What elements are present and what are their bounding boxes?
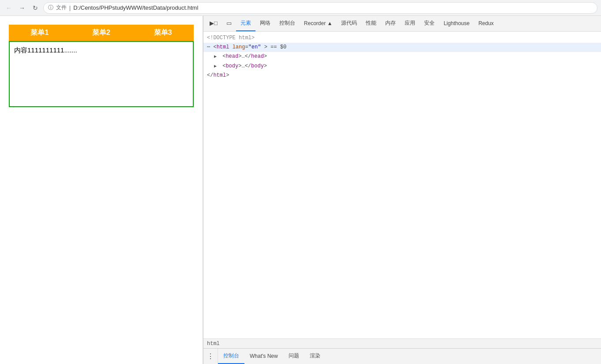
expand-dots: ⋯ (207, 44, 213, 50)
back-button[interactable]: ← (4, 3, 14, 13)
tab-memory[interactable]: 内存 (381, 16, 400, 31)
footer-tab-render[interactable]: 渲染 (304, 349, 326, 364)
browser-toolbar: ← → ↻ ⓘ 文件 | D:/Centos/PHPstudyWWW/testD… (0, 0, 601, 16)
address-bar[interactable]: ⓘ 文件 | D:/Centos/PHPstudyWWW/testData/pr… (43, 2, 597, 14)
devtools-footer: ⋮ 控制台 What's New 问题 渲染 (203, 348, 601, 364)
tab-lighthouse-label: Lighthouse (443, 20, 470, 26)
footer-dots-icon: ⋮ (207, 352, 214, 360)
tab-lighthouse[interactable]: Lighthouse (439, 16, 474, 31)
tab-security-label: 安全 (424, 19, 435, 27)
dollar-sign: $0 (280, 44, 286, 50)
tree-body[interactable]: ▶ <body>…</body> (203, 62, 601, 71)
footer-tab-issues-label: 问题 (289, 352, 299, 360)
lang-attr: lang (233, 44, 245, 50)
tab-performance[interactable]: 性能 (361, 16, 381, 31)
menu-item-3[interactable]: 菜单3 (132, 25, 194, 41)
tree-doctype: <!DOCTYPE html> (203, 33, 601, 43)
footer-tab-issues[interactable]: 问题 (283, 349, 304, 364)
head-expand-arrow: ▶ (214, 53, 219, 60)
tab-inspect-icon[interactable]: ▶□ (205, 16, 222, 31)
tree-html[interactable]: ⋯ <html lang="en" > == $0 (203, 43, 601, 52)
separator: | (69, 5, 71, 11)
main-area: 菜单1 菜单2 菜单3 内容1111111111....... ▶□ ▭ 元素 … (0, 16, 601, 364)
menu-bar: 菜单1 菜单2 菜单3 (9, 25, 194, 41)
eq-sign: == (270, 44, 280, 50)
tab-elements[interactable]: 元素 (236, 16, 255, 31)
tab-performance-label: 性能 (366, 19, 376, 27)
tab-redux[interactable]: Redux (474, 16, 498, 31)
head-tag: head (225, 53, 238, 59)
body-tag: body (225, 63, 238, 69)
footer-tab-whatsnew[interactable]: What's New (244, 349, 283, 364)
breadcrumb-text: html (207, 341, 220, 347)
forward-button[interactable]: → (17, 3, 27, 13)
breadcrumb-area: html (203, 338, 601, 348)
footer-tabs: 控制台 What's New 问题 渲染 (218, 349, 326, 364)
tab-redux-label: Redux (478, 20, 494, 26)
tab-application[interactable]: 应用 (400, 16, 420, 31)
footer-tab-whatsnew-label: What's New (250, 353, 278, 359)
file-label: 文件 (56, 4, 67, 11)
tab-console[interactable]: 控制台 (275, 16, 300, 31)
tree-closing-html: </html> (203, 71, 601, 80)
tab-elements-label: 元素 (240, 19, 251, 27)
tab-sources[interactable]: 源代码 (337, 16, 361, 31)
url-text: D:/Centos/PHPstudyWWW/testData/product.h… (73, 4, 198, 11)
body-expand-arrow: ▶ (214, 63, 219, 70)
tab-console-label: 控制台 (279, 19, 295, 27)
tree-head[interactable]: ▶ <head>…</head> (203, 52, 601, 61)
device-icon: ▭ (226, 20, 232, 26)
tab-recorder[interactable]: Recorder ▲ (300, 16, 337, 31)
footer-tab-render-label: 渲染 (310, 352, 320, 360)
devtools-tabs: ▶□ ▭ 元素 网络 控制台 Recorder ▲ 源代码 性能 (203, 16, 601, 32)
tab-recorder-label: Recorder ▲ (304, 20, 333, 26)
doctype-text: <!DOCTYPE html> (207, 35, 255, 41)
tab-security[interactable]: 安全 (420, 16, 439, 31)
html-tree: <!DOCTYPE html> ⋯ <html lang="en" > == $… (203, 32, 601, 82)
footer-tab-console[interactable]: 控制台 (218, 349, 244, 364)
info-icon: ⓘ (48, 4, 53, 11)
closing-html-tag: html (213, 72, 226, 78)
tab-network[interactable]: 网络 (255, 16, 275, 31)
html-tag-name: html (217, 44, 229, 50)
content-text: 内容1111111111....... (14, 46, 77, 54)
tab-memory-label: 内存 (385, 19, 396, 27)
browser-page: 菜单1 菜单2 菜单3 内容1111111111....... (0, 16, 203, 364)
open-bracket-html: < (213, 44, 216, 50)
tab-network-label: 网络 (260, 19, 270, 27)
tab-sources-label: 源代码 (341, 19, 357, 27)
reload-button[interactable]: ↻ (30, 3, 41, 13)
menu-item-2[interactable]: 菜单2 (71, 25, 132, 41)
lang-value: "en" (248, 44, 261, 50)
devtools-panel: ▶□ ▭ 元素 网络 控制台 Recorder ▲ 源代码 性能 (203, 16, 601, 364)
footer-tab-console-label: 控制台 (223, 352, 239, 360)
devtools-content: <!DOCTYPE html> ⋯ <html lang="en" > == $… (203, 32, 601, 338)
inspect-icon: ▶□ (210, 20, 218, 26)
tab-device-icon[interactable]: ▭ (222, 16, 236, 31)
tab-application-label: 应用 (405, 19, 415, 27)
footer-menu-button[interactable]: ⋮ (203, 349, 218, 364)
content-area: 内容1111111111....... (9, 41, 194, 107)
menu-item-1[interactable]: 菜单1 (9, 25, 71, 41)
